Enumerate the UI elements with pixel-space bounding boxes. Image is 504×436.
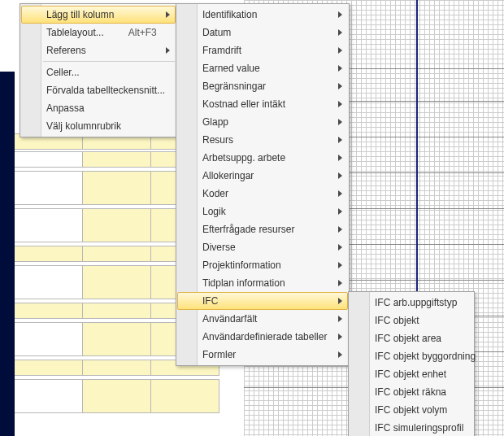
submenu-arrow-icon	[338, 29, 342, 36]
menu-item-ifc-objekt-enhet[interactable]: IFC objekt enhet	[350, 365, 473, 383]
menu-item-label: IFC arb.uppgiftstyp	[375, 297, 457, 308]
menu-item-arbetsuppg-arbete[interactable]: Arbetsuppg. arbete	[177, 149, 348, 167]
menu-item-label: Välj kolumnrubrik	[46, 120, 155, 132]
menu-item-efterfr-gade-resurser[interactable]: Efterfrågade resurser	[177, 220, 348, 238]
submenu-arrow-icon	[338, 334, 342, 340]
submenu-arrow-icon	[338, 244, 342, 251]
menu-item-glapp[interactable]: Glapp	[177, 113, 348, 131]
submenu-arrow-icon	[338, 137, 342, 143]
menu-item-koder[interactable]: Koder	[177, 185, 348, 203]
menu-item-label: Glapp	[202, 116, 328, 128]
menu-item-label: IFC objekt	[375, 315, 453, 326]
menu-item-ifc-arb-uppgiftstyp[interactable]: IFC arb.uppgiftstyp	[350, 294, 473, 312]
submenu-arrow-icon	[338, 65, 342, 72]
submenu-arrow-icon	[338, 280, 342, 286]
submenu-add-column[interactable]: IdentifikationDatumFramdriftEarned value…	[176, 3, 350, 366]
menu-item-formler[interactable]: Formler	[177, 346, 348, 364]
table-cell	[83, 303, 151, 319]
menu-item-logik[interactable]: Logik	[177, 203, 348, 220]
menu-item-diverse[interactable]: Diverse	[177, 238, 348, 256]
selection-column	[0, 72, 15, 436]
menu-item-allokeringar[interactable]: Allokeringar	[177, 167, 348, 185]
menu-item-identifikation[interactable]: Identifikation	[177, 6, 348, 24]
menu-item-earned-value[interactable]: Earned value	[177, 59, 348, 77]
table-cell	[83, 360, 151, 376]
table-cell	[83, 265, 151, 299]
submenu-arrow-icon	[338, 47, 342, 54]
menu-item-label: IFC simuleringsprofil	[375, 422, 463, 434]
menu-item-framdrift[interactable]: Framdrift	[177, 41, 348, 59]
menu-item-tidplan-information[interactable]: Tidplan information	[177, 274, 348, 292]
menu-item-label: Identifikation	[202, 9, 328, 20]
menu-item-tablelayout[interactable]: Tablelayout...Alt+F3	[21, 24, 176, 41]
menu-item-begr-nsningar[interactable]: Begränsningar	[177, 77, 348, 95]
menu-item-ifc-objekt-r-kna[interactable]: IFC objekt räkna	[350, 383, 473, 401]
menu-item-label: Efterfrågade resurser	[202, 224, 328, 235]
context-menu-main[interactable]: Lägg till kolumnTablelayout...Alt+F3Refe…	[20, 3, 177, 137]
submenu-arrow-icon	[338, 83, 342, 89]
menu-item-label: IFC objekt enhet	[375, 368, 453, 380]
submenu-arrow-icon	[338, 316, 342, 322]
menu-item-label: Tablelayout...	[46, 27, 104, 38]
table-cell	[151, 379, 219, 413]
menu-item-kostnad-eller-int-kt[interactable]: Kostnad eller intäkt	[177, 95, 348, 113]
submenu-arrow-icon	[166, 11, 170, 18]
menu-item-ifc[interactable]: IFC	[177, 292, 348, 310]
table-cell	[15, 379, 83, 413]
table-cell	[83, 379, 151, 413]
menu-item-ifc-objekt-area[interactable]: IFC objekt area	[350, 329, 473, 347]
table-cell	[15, 246, 83, 262]
menu-separator	[43, 61, 175, 62]
menu-item-label: IFC objekt byggordning	[375, 351, 476, 362]
submenu-arrow-icon	[338, 155, 342, 161]
menu-item-anpassa[interactable]: Anpassa	[21, 99, 176, 117]
table-cell	[83, 322, 151, 356]
menu-item-l-gg-till-kolumn[interactable]: Lägg till kolumn	[21, 6, 176, 24]
menu-item-projektinformation[interactable]: Projektinformation	[177, 256, 348, 274]
menu-item-label: Earned value	[202, 63, 328, 74]
menu-item-label: Resurs	[202, 134, 328, 146]
menu-item-label: Användardefinierade tabeller	[202, 331, 328, 342]
menu-item-label: Projektinformation	[202, 259, 328, 271]
submenu-arrow-icon	[338, 262, 342, 268]
table-cell	[15, 322, 83, 356]
submenu-arrow-icon	[338, 298, 342, 304]
submenu-arrow-icon	[338, 226, 342, 233]
menu-item-anv-ndarf-lt[interactable]: Användarfält	[177, 310, 348, 328]
menu-item-celler[interactable]: Celler...	[21, 63, 176, 81]
menu-item-label: IFC	[202, 295, 328, 307]
menu-item-label: Celler...	[46, 67, 155, 78]
menu-item-referens[interactable]: Referens	[21, 41, 176, 59]
submenu-ifc[interactable]: IFC arb.uppgiftstypIFC objektIFC objekt …	[348, 291, 475, 436]
menu-item-ifc-objekt-volym[interactable]: IFC objekt volym	[350, 401, 473, 419]
menu-item-label: IFC objekt area	[375, 333, 453, 344]
menu-item-label: Referens	[46, 45, 155, 56]
table-cell	[15, 360, 83, 376]
menu-item-label: Formler	[202, 349, 328, 360]
submenu-arrow-icon	[338, 351, 342, 358]
menu-item-label: Framdrift	[202, 45, 328, 56]
menu-item-label: Anpassa	[46, 102, 155, 114]
menu-item-label: Logik	[202, 206, 328, 217]
menu-item-f-rvalda-tabellteckensnitt[interactable]: Förvalda tabellteckensnitt...	[21, 81, 176, 99]
menu-item-label: Kostnad eller intäkt	[202, 98, 328, 110]
menu-item-label: Förvalda tabellteckensnitt...	[46, 85, 165, 96]
menu-item-ifc-objekt[interactable]: IFC objekt	[350, 312, 473, 329]
submenu-arrow-icon	[166, 47, 170, 54]
menu-item-label: Användarfält	[202, 313, 328, 325]
menu-item-shortcut: Alt+F3	[128, 27, 157, 38]
menu-item-anv-ndardefinierade-tabeller[interactable]: Användardefinierade tabeller	[177, 328, 348, 346]
menu-item-datum[interactable]: Datum	[177, 24, 348, 41]
menu-item-resurs[interactable]: Resurs	[177, 131, 348, 149]
table-cell	[83, 208, 151, 242]
table-cell	[83, 171, 151, 205]
menu-item-ifc-simuleringsprofil[interactable]: IFC simuleringsprofil	[350, 419, 473, 436]
menu-item-label: Arbetsuppg. arbete	[202, 152, 328, 164]
menu-item-v-lj-kolumnrubrik[interactable]: Välj kolumnrubrik	[21, 117, 176, 135]
table-cell	[15, 208, 83, 242]
menu-item-label: Datum	[202, 27, 328, 38]
menu-item-label: Lägg till kolumn	[46, 9, 155, 20]
submenu-arrow-icon	[338, 172, 342, 179]
submenu-arrow-icon	[338, 101, 342, 107]
menu-item-ifc-objekt-byggordning[interactable]: IFC objekt byggordning	[350, 347, 473, 365]
